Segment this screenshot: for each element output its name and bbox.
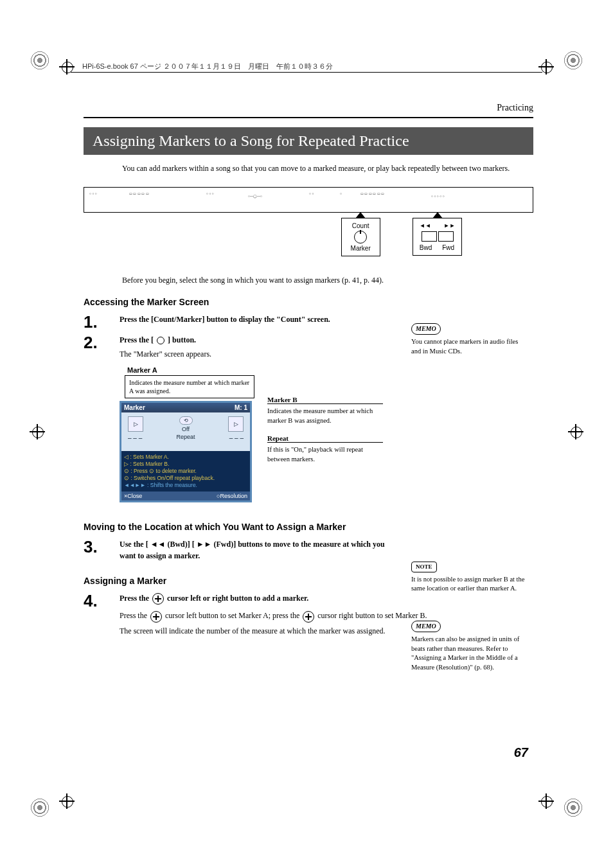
marker-b-label: Marker B xyxy=(267,396,383,403)
crosshair-bl xyxy=(59,793,75,809)
marker-screen-diagram: Marker A Indicates the measure number at… xyxy=(120,366,533,502)
fwd-label: Fwd xyxy=(442,244,454,251)
lcd-screen: Marker M: 1 ▷ ▷ ⟲ Off Repeat – – – – – –… xyxy=(120,401,252,502)
repeat-label: Repeat xyxy=(267,434,383,442)
lcd-right-btn: ▷ xyxy=(228,416,244,432)
repeat-desc: If this is "On," playback will repeat be… xyxy=(267,442,383,464)
step-2-num: 2. xyxy=(84,334,120,351)
callout-bwd-fwd: ◄◄ ►► Bwd Fwd xyxy=(413,218,463,256)
lcd-help4: : Switches On/Off repeat playback. xyxy=(130,475,215,481)
panel-diagram: ○ ○ ○ ▭ ▭ ▭ ▭ ▭ ○ ○ ○ ○—◯—○ ○ ○ ○ ▭ ▭ ▭ … xyxy=(84,187,533,213)
crosshair-br xyxy=(538,793,554,809)
cursor-dpad-icon-2 xyxy=(150,611,162,623)
step-4-num: 4. xyxy=(84,592,120,609)
callout-marker-label: Marker xyxy=(351,245,371,252)
page-number: 67 xyxy=(514,745,528,760)
memo-1-text: You cannot place markers in audio files … xyxy=(411,337,527,356)
reg-mark-bl xyxy=(28,796,51,819)
step-2-post: ] button. xyxy=(168,335,196,344)
step-1-num: 1. xyxy=(84,314,120,330)
reg-mark-tl xyxy=(28,49,51,72)
fwd-icon: ►► xyxy=(444,222,456,229)
marker-b-desc: Indicates the measure number at which ma… xyxy=(267,403,383,425)
knob-icon xyxy=(354,231,367,244)
callout-row: Count Marker ◄◄ ►► Bwd Fwd xyxy=(270,218,533,256)
callout-count-label: Count xyxy=(351,222,371,229)
step-4-pre: Press the xyxy=(120,594,151,603)
lcd-repeat: Repeat xyxy=(176,434,195,440)
cursor-dpad-icon-3 xyxy=(303,611,314,623)
marker-a-desc: Indicates the measure number at which ma… xyxy=(125,375,254,398)
marker-a-label: Marker A xyxy=(127,366,254,374)
bwd-label: Bwd xyxy=(420,244,432,251)
memo-2-text: Markers can also be assigned in units of… xyxy=(411,635,527,673)
lcd-help: ◁ : Sets Marker A. ▷ : Sets Marker B. ⊙ … xyxy=(121,451,250,492)
lcd-footer-close: ×Close xyxy=(124,493,142,499)
section-rule xyxy=(84,117,533,118)
step-3: 3. Use the [ ◄◄ (Bwd)] [ ►► (Fwd)] butto… xyxy=(84,538,533,564)
step-3-num: 3. xyxy=(84,538,120,555)
reg-mark-tr xyxy=(562,49,585,72)
reg-mark-br xyxy=(562,796,585,819)
circle-button-icon xyxy=(157,337,164,344)
sidebar-memo-1: MEMO You cannot place markers in audio f… xyxy=(411,323,527,356)
sidebar-note-1: NOTE It is not possible to assign marker… xyxy=(411,562,527,594)
lcd-help3: : Press ⊙ to delete marker. xyxy=(130,468,196,474)
lcd-help1: : Sets Marker A. xyxy=(130,454,168,460)
step-4-a1-post: cursor right button to set Marker B. xyxy=(317,611,427,620)
before-begin-note: Before you begin, select the song in whi… xyxy=(122,276,533,285)
section-label: Practicing xyxy=(84,103,533,113)
crosshair-ml xyxy=(30,424,45,439)
step-2-pre: Press the [ xyxy=(120,335,154,344)
step-3-text: Use the [ ◄◄ (Bwd)] [ ►► (Fwd)] buttons … xyxy=(120,538,389,562)
page-title: Assigning Markers to a Song for Repeated… xyxy=(84,127,533,155)
callout-count-marker: Count Marker xyxy=(341,218,380,256)
doc-header-info: HPi-6S-e.book 67 ページ ２００７年１１月１９日 月曜日 午前１… xyxy=(82,62,333,71)
step-4-a1-pre: Press the xyxy=(120,611,149,620)
note-icon: NOTE xyxy=(411,562,437,572)
bwd-icon: ◄◄ xyxy=(420,222,431,229)
heading-accessing: Accessing the Marker Screen xyxy=(84,297,533,307)
lcd-dash-l: – – – xyxy=(128,434,142,441)
lcd-left-btn: ▷ xyxy=(128,416,143,432)
memo-icon: MEMO xyxy=(411,323,441,335)
lcd-title-left: Marker xyxy=(124,404,145,411)
step-4-a1-mid: cursor left button to set Marker A; pres… xyxy=(165,611,301,620)
crosshair-mr xyxy=(568,424,583,439)
lcd-help2: : Sets Marker B. xyxy=(130,461,169,467)
header-rule xyxy=(71,72,542,73)
memo-icon-2: MEMO xyxy=(411,621,441,632)
step-4-post: cursor left or right button to add a mar… xyxy=(167,594,308,603)
lcd-off: Off xyxy=(182,426,190,432)
intro-paragraph: You can add markers within a song so tha… xyxy=(122,163,533,174)
lcd-help5: : Shifts the measure. xyxy=(147,482,197,488)
note-1-text: It is not possible to assign marker B at… xyxy=(411,575,527,594)
cursor-dpad-icon xyxy=(152,593,164,605)
sidebar-memo-2: MEMO Markers can also be assigned in uni… xyxy=(411,621,527,673)
heading-moving: Moving to the Location at which You Want… xyxy=(84,522,533,532)
lcd-dash-r: – – – xyxy=(229,434,244,441)
lcd-footer-resolution: ○Resolution xyxy=(217,493,247,499)
lcd-title-right: M: 1 xyxy=(235,404,247,411)
